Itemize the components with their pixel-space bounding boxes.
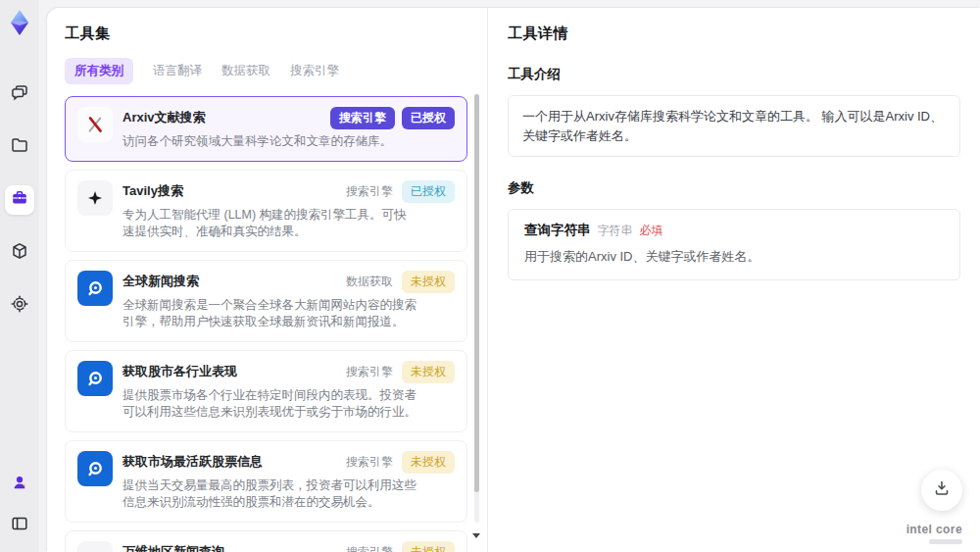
stock-search-icon: [77, 361, 113, 396]
parameter-card: 查询字符串 字符串 必填 用于搜索的Arxiv ID、关键字或作者姓名。: [508, 209, 960, 280]
scrollbar-thumb[interactable]: [474, 94, 479, 492]
tool-name: 获取市场最活跃股票信息: [122, 451, 344, 471]
user-icon: [10, 473, 29, 496]
tool-list-item-regional-news[interactable]: 万维地区新闻查询 搜索引擎 未授权 查询具体行政区划内的新闻，快速了解各地新闻动: [65, 530, 467, 552]
tool-name: Tavily搜索: [122, 180, 344, 200]
category-label: 搜索引擎: [344, 180, 395, 203]
tool-description: 提供当天交易量最高的股票列表，投资者可以利用这些信息来识别流动性强的股票和潜在的…: [122, 477, 418, 512]
auth-status-badge: 已授权: [402, 180, 455, 203]
main-card: 工具集 所有类别 语言翻译 数据获取 搜索引擎: [47, 8, 980, 552]
tool-description: 专为人工智能代理 (LLM) 构建的搜索引擎工具。可快速提供实时、准确和真实的结…: [122, 207, 418, 241]
tavily-icon: [77, 180, 113, 216]
sidebar-item-chat[interactable]: [5, 79, 34, 109]
tool-name: 万维地区新闻查询: [122, 541, 344, 552]
app-window: 工具集 所有类别 语言翻译 数据获取 搜索引擎: [0, 0, 980, 552]
intel-core-text: intel core: [906, 523, 962, 536]
details-title: 工具详情: [508, 25, 960, 43]
tool-description: 访问各个研究领域大量科学论文和文章的存储库。: [122, 133, 418, 151]
scroll-down-icon[interactable]: [472, 533, 480, 538]
param-description: 用于搜索的Arxiv ID、关键字或作者姓名。: [524, 248, 944, 266]
params-heading: 参数: [508, 179, 960, 197]
cube-icon: [10, 241, 29, 265]
download-button[interactable]: [921, 470, 962, 511]
sidebar-item-plugins[interactable]: [5, 238, 34, 268]
param-required-badge: 必填: [640, 223, 663, 239]
tool-list: Arxiv文献搜索 搜索引擎 已授权 访问各个研究领域大量科学论文和文章的存储库…: [65, 96, 467, 552]
tool-list-item-tavily[interactable]: Tavily搜索 搜索引擎 已授权 专为人工智能代理 (LLM) 构建的搜索引擎…: [65, 170, 467, 252]
auth-status-badge: 已授权: [402, 107, 455, 129]
tool-list-item-most-active-stocks[interactable]: 获取市场最活跃股票信息 搜索引擎 未授权 提供当天交易量最高的股票列表，投资者可…: [65, 440, 467, 523]
download-icon: [932, 478, 952, 502]
tool-description: 提供股票市场各个行业在特定时间段内的表现。投资者可以利用这些信息来识别表现优于或…: [122, 387, 418, 422]
tool-name: Arxiv文献搜索: [122, 107, 330, 126]
newspaper-icon: [77, 541, 113, 552]
auth-status-badge: 未授权: [402, 361, 455, 383]
stock-search-icon: [77, 451, 113, 486]
param-name: 查询字符串: [524, 222, 591, 239]
folder-icon: [10, 135, 29, 159]
sidebar-item-toolset[interactable]: [5, 185, 34, 215]
auth-status-badge: 未授权: [402, 271, 455, 293]
toolbox-icon: [10, 188, 29, 212]
tools-panel: 工具集 所有类别 语言翻译 数据获取 搜索引擎: [47, 8, 487, 552]
panel-toggle-icon: [10, 514, 29, 537]
category-tabs: 所有类别 语言翻译 数据获取 搜索引擎: [65, 58, 467, 84]
tool-list-scrollbar[interactable]: [474, 94, 479, 523]
tool-list-item-arxiv[interactable]: Arxiv文献搜索 搜索引擎 已授权 访问各个研究领域大量科学论文和文章的存储库…: [65, 96, 467, 162]
sidebar-nav: [5, 79, 34, 321]
tool-description: 全球新闻搜索是一个聚合全球各大新闻网站内容的搜索引擎，帮助用户快速获取全球最新资…: [122, 297, 418, 331]
category-label: 数据获取: [344, 271, 395, 293]
sidebar-item-files[interactable]: [5, 132, 34, 162]
app-logo-icon[interactable]: [6, 9, 33, 36]
intel-core-subline: [929, 539, 962, 544]
category-label: 搜索引擎: [344, 451, 395, 474]
category-badge: 搜索引擎: [330, 107, 395, 129]
category-label: 搜索引擎: [344, 541, 395, 552]
intel-core-logo: intel core: [906, 523, 962, 544]
sidebar-bottom: [0, 470, 39, 540]
tool-list-item-global-news[interactable]: 全球新闻搜索 数据获取 未授权 全球新闻搜索是一个聚合全球各大新闻网站内容的搜索…: [65, 260, 467, 342]
news-search-icon: [77, 271, 113, 306]
tool-intro-box: 一个用于从Arxiv存储库搜索科学论文和文章的工具。 输入可以是Arxiv ID…: [508, 95, 960, 157]
tab-search-engine[interactable]: 搜索引擎: [290, 58, 339, 84]
sidebar: [0, 0, 39, 552]
user-avatar[interactable]: [5, 470, 34, 499]
tool-name: 获取股市各行业表现: [122, 361, 344, 380]
gear-icon: [10, 294, 29, 318]
tool-details-panel: 工具详情 工具介绍 一个用于从Arxiv存储库搜索科学论文和文章的工具。 输入可…: [488, 8, 980, 552]
tab-all-categories[interactable]: 所有类别: [65, 58, 133, 84]
arxiv-icon: [77, 107, 113, 142]
tab-language-translation[interactable]: 语言翻译: [153, 58, 202, 84]
collapse-sidebar-button[interactable]: [5, 511, 34, 540]
auth-status-badge: 未授权: [402, 451, 455, 474]
page-title: 工具集: [65, 25, 467, 43]
tool-list-item-sector-performance[interactable]: 获取股市各行业表现 搜索引擎 未授权 提供股票市场各个行业在特定时间段内的表现。…: [65, 350, 467, 432]
chat-icon: [10, 82, 29, 106]
category-label: 搜索引擎: [344, 361, 395, 383]
param-type: 字符串: [598, 223, 633, 239]
tool-name: 全球新闻搜索: [122, 271, 344, 290]
tab-data-acquisition[interactable]: 数据获取: [221, 58, 270, 84]
intro-heading: 工具介绍: [508, 66, 960, 83]
sidebar-item-settings[interactable]: [5, 291, 34, 321]
auth-status-badge: 未授权: [402, 541, 455, 552]
